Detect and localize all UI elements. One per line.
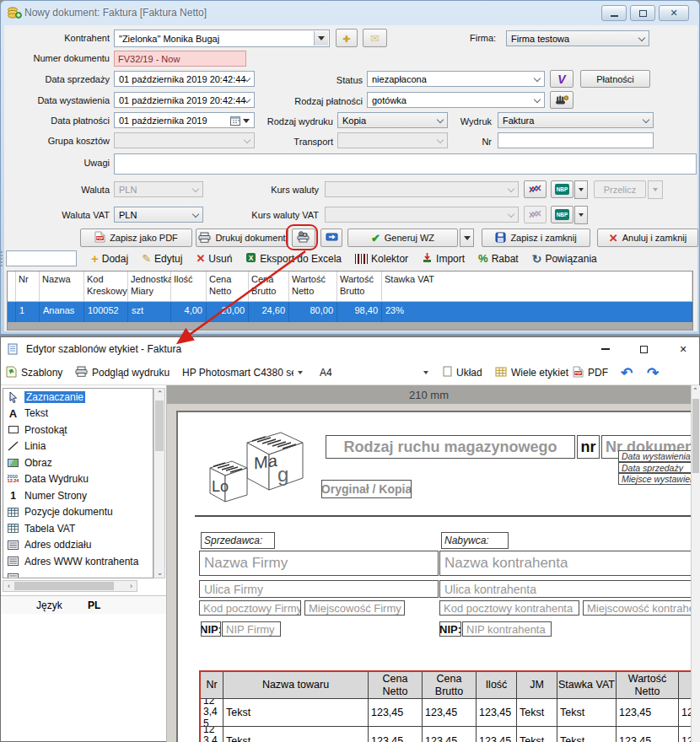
company-street-field[interactable]: Ulica Firmy [199, 580, 439, 598]
contractor-street-field[interactable]: Ulica kontrahenta [439, 580, 691, 598]
tool-item-data-wydruku[interactable]: 201012.24Data Wydruku [3, 471, 153, 488]
send-email-button[interactable]: ✉ [363, 29, 387, 47]
tool-list-horizontal-scrollbar[interactable]: ‹› [3, 580, 137, 592]
maximize-button[interactable] [629, 337, 658, 361]
contractor-nip-field[interactable]: NIP kontrahenta [462, 621, 552, 637]
import-button[interactable]: Import [422, 252, 465, 266]
buyer-label-field[interactable]: Nabywca: [441, 532, 509, 549]
column-header[interactable]: Kod Kreskowy [84, 272, 128, 302]
send-document-button[interactable] [320, 229, 342, 247]
collector-button[interactable]: Kolektor [355, 253, 408, 265]
exchange-chart-button[interactable] [524, 180, 547, 198]
column-header[interactable]: Wartość Brutto [337, 272, 382, 302]
company-nip-field[interactable]: NIP Firmy [222, 621, 281, 637]
data-platnosci-datepicker[interactable]: 01 października 2019 [114, 112, 255, 128]
issue-date-field[interactable]: Data wystawienia [618, 450, 691, 462]
preview-items-table[interactable]: Nr Nazwa towaru Cena Netto Cena Brutto I… [199, 670, 691, 742]
uwagi-input[interactable] [114, 153, 697, 175]
nip-label-field[interactable]: NIP: [201, 621, 221, 637]
przelicz-button[interactable]: Przelicz [594, 180, 646, 198]
templates-button[interactable]: Szablony [6, 361, 62, 384]
tool-item-adres-www-kontrahenta[interactable]: Adres WWW kontrahenta [3, 553, 153, 570]
company-city-field[interactable]: Miejscowość Firmy [304, 600, 405, 616]
nip-label-field[interactable]: NIP: [439, 621, 461, 637]
firma-select[interactable]: Firma testowa [506, 30, 649, 46]
tool-item-linia[interactable]: Linia [3, 438, 153, 455]
data-sprzedazy-select[interactable]: 01 października 2019 20:42:44 [114, 71, 255, 87]
quick-search-input[interactable] [6, 250, 77, 266]
company-zip-field[interactable]: Kod pocztowy Firmy [199, 600, 301, 616]
grupa-kosztow-select[interactable] [114, 132, 255, 148]
tool-item-numer-strony[interactable]: 1Numer Strony [3, 487, 153, 504]
print-document-button[interactable]: Drukuj dokument [196, 229, 288, 247]
save-close-button[interactable]: Zapisz i zamknij [482, 229, 590, 247]
kurs-waluty-vat-select[interactable] [325, 207, 519, 223]
rodzaj-platnosci-select[interactable]: gotówka [367, 92, 545, 108]
tool-item-tabela-vat[interactable]: Tabela VAT [3, 520, 153, 537]
column-header[interactable]: Jednostka Miary [128, 272, 171, 302]
tool-item-prostokat[interactable]: Prostokąt [3, 422, 153, 438]
company-name-field[interactable]: Nazwa Firmy [199, 551, 439, 576]
waluta-select[interactable]: PLN [114, 181, 203, 197]
tool-item-zaznaczanie[interactable]: Zaznaczanie [3, 389, 153, 406]
platnosci-button[interactable]: Płatności [580, 70, 650, 88]
close-button[interactable]: ✕ [669, 337, 697, 361]
column-header[interactable]: Stawka VAT [382, 272, 692, 302]
export-excel-button[interactable]: XEksport do Excela [245, 252, 342, 266]
column-header[interactable]: Ilość [171, 272, 207, 302]
nbp-dropdown[interactable] [574, 180, 588, 199]
contractor-name-field[interactable]: Nazwa kontrahenta [439, 551, 691, 576]
wydruk-select[interactable]: Faktura [498, 112, 654, 128]
nbp-vat-button[interactable]: NBP [551, 206, 573, 223]
sale-date-field[interactable]: Data sprzedaży [618, 462, 691, 474]
discount-button[interactable]: %Rabat [478, 252, 519, 265]
payment-hand-button[interactable] [550, 91, 573, 109]
lomag-logo[interactable]: Ma Lo g [203, 424, 315, 513]
preview-vertical-scrollbar[interactable]: ⌃ [691, 385, 700, 742]
column-header[interactable]: Cena Netto [207, 272, 249, 302]
issue-place-field[interactable]: Miejsce wystawienia [618, 473, 691, 485]
kontrahent-dropdown[interactable] [314, 31, 328, 46]
contractor-zip-field[interactable]: Kod pocztowy kontrahenta [439, 600, 579, 616]
tool-list-vertical-scrollbar[interactable]: ⌃⌄ [153, 388, 165, 578]
tool-item-obraz[interactable]: Obraz [3, 454, 153, 471]
nbp-button[interactable]: NBP [551, 180, 573, 198]
generate-wz-dropdown[interactable] [460, 229, 474, 247]
column-header[interactable]: Cena Brutto [249, 272, 289, 302]
tool-item-adres-oddzialu[interactable]: Adres oddziału [3, 537, 153, 554]
undo-button[interactable]: ↶ [621, 361, 633, 384]
minimize-button[interactable] [591, 337, 620, 361]
status-select[interactable]: niezapłacona [367, 71, 545, 87]
column-header[interactable]: Nr [16, 272, 40, 302]
edit-item-button[interactable]: ✎Edytuj [142, 252, 182, 265]
paper-size-select[interactable]: A4 [320, 361, 434, 384]
tool-item-clipped[interactable] [3, 570, 153, 579]
doc-type-field[interactable]: Rodzaj ruchu magazynowego [326, 435, 575, 459]
language-value[interactable]: PL [88, 600, 100, 611]
printer-select[interactable]: HP Photosmart C4380 series [182, 361, 309, 384]
maximize-button[interactable] [630, 5, 655, 21]
numer-dokumentu-input[interactable]: FV32/19 - Now [114, 51, 246, 67]
column-header[interactable]: Wartość Netto [289, 272, 337, 302]
nbp-vat-dropdown[interactable] [574, 206, 588, 224]
column-header[interactable]: Nazwa [40, 272, 84, 302]
pdf-button[interactable]: PDFPDF [573, 361, 608, 384]
original-copy-field[interactable]: Oryginał / Kopia [321, 480, 412, 498]
template-page[interactable]: Ma Lo g Rodzaj ruchu magazynowego nr Nr … [176, 411, 691, 742]
seller-label-field[interactable]: Sprzedawca: [201, 532, 275, 549]
rodzaj-wydruku-select[interactable]: Kopia [337, 112, 448, 128]
kontrahent-input[interactable]: "Zielonka" Monika Bugaj [114, 30, 330, 47]
close-button[interactable]: ✕ [659, 5, 689, 21]
transport-select[interactable] [337, 132, 448, 148]
print-preview-button[interactable]: Podgląd wydruku [75, 361, 170, 384]
nr-input[interactable] [498, 132, 654, 148]
preview-canv[interactable]: 210 mm Ma [167, 385, 691, 742]
przelicz-dropdown[interactable] [648, 180, 663, 199]
redo-button[interactable]: ↷ [647, 361, 659, 384]
contractor-city-field[interactable]: Miejscowość kontrahenta [583, 600, 691, 616]
multi-labels-button[interactable]: Wiele etykiet [495, 361, 568, 384]
v-button[interactable]: V [550, 70, 573, 88]
delete-item-button[interactable]: ✕Usuń [196, 252, 232, 265]
minimize-button[interactable] [601, 5, 627, 21]
kurs-waluty-select[interactable] [325, 181, 519, 197]
